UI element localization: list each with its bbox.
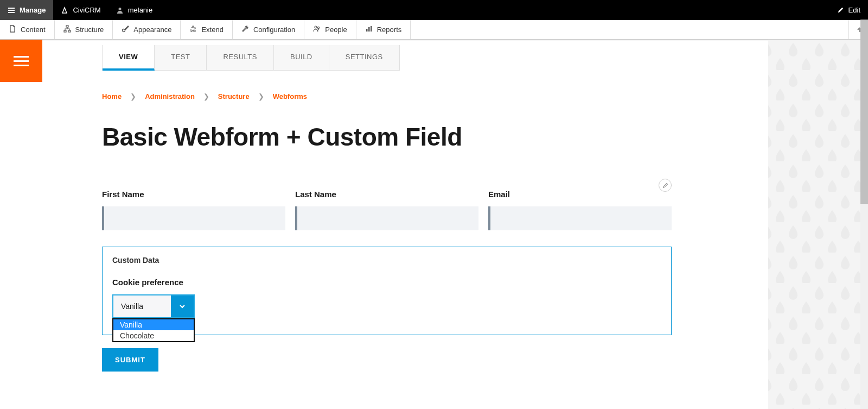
scrollbar-thumb[interactable] <box>860 20 868 204</box>
svg-rect-8 <box>368 27 370 32</box>
breadcrumb-structure[interactable]: Structure <box>218 92 250 100</box>
svg-point-0 <box>118 8 121 10</box>
main-content: VIEW TEST RESULTS BUILD SETTINGS Home ❯ … <box>102 40 760 372</box>
cookie-preference-select-wrapper: Vanilla Vanilla Chocolate <box>112 294 195 318</box>
toolbar-appearance-label: Appearance <box>133 26 171 34</box>
pencil-icon <box>837 7 844 14</box>
svg-point-4 <box>123 29 125 32</box>
structure-icon <box>63 25 71 34</box>
civicrm-icon <box>61 7 68 14</box>
admin-toolbar-white: Content Structure Appearance Extend Conf… <box>0 20 868 40</box>
toolbar-structure[interactable]: Structure <box>55 20 113 39</box>
last-name-input[interactable] <box>295 206 478 230</box>
civicrm-label: CiviCRM <box>73 6 100 14</box>
cookie-preference-label: Cookie preference <box>112 278 661 287</box>
svg-point-6 <box>318 27 320 28</box>
user-label: melanie <box>128 6 153 14</box>
page-scrollbar[interactable] <box>860 20 868 409</box>
breadcrumb-webforms[interactable]: Webforms <box>273 92 307 100</box>
last-name-field-wrapper: Last Name <box>295 190 478 230</box>
tab-settings[interactable]: SETTINGS <box>329 45 399 70</box>
decorative-pattern <box>768 40 860 409</box>
email-label: Email <box>488 190 672 199</box>
edit-menu[interactable]: Edit <box>829 0 868 20</box>
page-tabs: VIEW TEST RESULTS BUILD SETTINGS <box>102 45 400 71</box>
chevron-down-icon <box>171 295 194 317</box>
svg-rect-3 <box>68 30 71 32</box>
toolbar-extend-label: Extend <box>201 26 223 34</box>
toolbar-content[interactable]: Content <box>0 20 55 39</box>
breadcrumb-home[interactable]: Home <box>102 92 122 100</box>
tab-build[interactable]: BUILD <box>274 45 329 70</box>
tab-test[interactable]: TEST <box>155 45 207 70</box>
side-menu-toggle[interactable] <box>0 40 42 82</box>
svg-point-5 <box>315 26 317 28</box>
civicrm-menu[interactable]: CiviCRM <box>53 0 108 20</box>
toolbar-structure-label: Structure <box>75 26 104 34</box>
toolbar-appearance[interactable]: Appearance <box>113 20 181 39</box>
breadcrumb: Home ❯ Administration ❯ Structure ❯ Webf… <box>102 92 760 100</box>
svg-rect-10 <box>768 40 860 409</box>
email-input[interactable] <box>488 206 672 230</box>
first-name-label: First Name <box>102 190 285 199</box>
email-field-wrapper: Email <box>488 190 672 230</box>
cookie-option-vanilla[interactable]: Vanilla <box>113 319 194 330</box>
pencil-icon <box>662 183 668 188</box>
document-icon <box>9 25 16 34</box>
user-icon <box>116 7 124 14</box>
extend-icon <box>189 25 197 34</box>
svg-rect-9 <box>371 26 372 32</box>
toolbar-configuration-label: Configuration <box>253 26 295 34</box>
hamburger-icon <box>14 56 29 66</box>
wrench-icon <box>241 25 249 34</box>
manage-label: Manage <box>20 6 46 14</box>
svg-rect-1 <box>66 26 68 27</box>
admin-toolbar-black: Manage CiviCRM melanie Edit <box>0 0 868 20</box>
last-name-label: Last Name <box>295 190 478 199</box>
cookie-option-chocolate[interactable]: Chocolate <box>113 330 194 341</box>
toolbar-content-label: Content <box>21 26 46 34</box>
contextual-edit-button[interactable] <box>659 179 672 192</box>
chevron-right-icon: ❯ <box>203 92 209 100</box>
cookie-preference-dropdown: Vanilla Chocolate <box>112 318 195 342</box>
edit-label: Edit <box>848 6 860 14</box>
svg-rect-7 <box>366 29 368 32</box>
page-title: Basic Webform + Custom Field <box>102 122 760 152</box>
svg-rect-2 <box>64 30 66 32</box>
toolbar-configuration[interactable]: Configuration <box>233 20 304 39</box>
appearance-icon <box>122 25 129 34</box>
manage-menu[interactable]: Manage <box>0 0 53 20</box>
toolbar-people[interactable]: People <box>304 20 356 39</box>
toolbar-people-label: People <box>325 26 347 34</box>
cookie-preference-select[interactable]: Vanilla <box>112 294 195 318</box>
chevron-right-icon: ❯ <box>258 92 264 100</box>
custom-data-fieldset: Custom Data Cookie preference Vanilla Va… <box>102 247 672 335</box>
user-menu[interactable]: melanie <box>108 0 161 20</box>
hamburger-icon <box>8 7 15 14</box>
submit-button[interactable]: SUBMIT <box>102 348 158 372</box>
fieldset-legend: Custom Data <box>112 256 661 265</box>
people-icon <box>313 25 321 34</box>
toolbar-reports-label: Reports <box>377 26 402 34</box>
breadcrumb-administration[interactable]: Administration <box>145 92 195 100</box>
first-name-field-wrapper: First Name <box>102 190 285 230</box>
reports-icon <box>365 25 373 34</box>
first-name-input[interactable] <box>102 206 285 230</box>
chevron-right-icon: ❯ <box>130 92 136 100</box>
cookie-preference-selected: Vanilla <box>113 302 171 311</box>
name-email-row: First Name Last Name Email <box>102 190 672 230</box>
tab-view[interactable]: VIEW <box>103 45 155 71</box>
toolbar-reports[interactable]: Reports <box>356 20 411 39</box>
toolbar-extend[interactable]: Extend <box>181 20 232 39</box>
tab-results[interactable]: RESULTS <box>207 45 274 70</box>
